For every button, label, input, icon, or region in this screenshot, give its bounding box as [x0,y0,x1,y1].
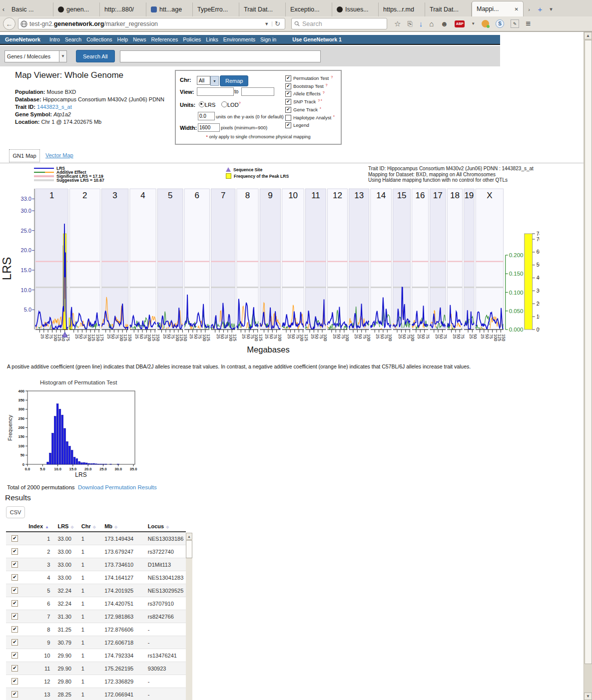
bookmark-star-icon[interactable]: ☆ [394,19,401,28]
menu-icon[interactable]: ≡ [526,19,531,29]
row-checkbox[interactable]: ✔ [11,665,18,672]
use-genenetwork1-link[interactable]: Use GeneNetwork 1 [292,36,342,42]
page-scrollbar[interactable]: ▲ ▼ [584,32,592,700]
row-checkbox[interactable]: ✔ [11,626,18,633]
category-select[interactable]: Genes / Molecules [4,50,59,62]
back-button[interactable]: ← [3,17,15,30]
option-bootstrap-test[interactable]: ✔Bootstrap Test? [285,83,327,89]
option-gene-track[interactable]: ✔Gene Track* [285,107,321,113]
sidebar-item-search[interactable]: Search [65,36,81,42]
lod-radio-icon[interactable] [221,101,227,107]
sidebar-item-policies[interactable]: Policies [183,36,201,42]
url-bar[interactable]: test-gn2.genenetwork.org/marker_regressi… [18,18,285,29]
row-checkbox[interactable]: ✔ [11,639,18,646]
row-checkbox[interactable]: ✔ [11,613,18,620]
search-all-button[interactable]: Search All [76,50,115,62]
tab-list-dropdown-icon[interactable]: ▾ [546,2,557,16]
view-to-input[interactable] [241,87,274,96]
remap-button[interactable]: Remap [220,75,248,86]
browser-tab[interactable]: http:...880/ [100,2,146,16]
url-dropdown-icon[interactable]: ▼ [261,21,272,26]
row-checkbox[interactable]: ✔ [11,587,18,594]
adblock-dropdown-icon[interactable]: ▼ [471,21,475,26]
option-haplotype-analyst[interactable]: Haplotype Analyst* [285,115,335,121]
row-checkbox[interactable]: ✔ [11,548,18,555]
checkbox-icon[interactable] [285,115,291,121]
download-icon[interactable]: ↓ [419,19,423,28]
reload-icon[interactable]: ↻ [272,20,283,27]
search-bar[interactable]: Search [291,18,387,29]
column-header-index[interactable]: Index▲ [27,521,56,532]
row-checkbox[interactable]: ✔ [11,574,18,581]
checkbox-icon[interactable]: ✔ [285,99,291,105]
browser-tab[interactable]: Trait Dat... [239,2,286,16]
row-checkbox[interactable]: ✔ [11,600,18,607]
browser-tab[interactable]: htt...age [146,2,193,16]
option-allele-effects[interactable]: ✔Allele Effects? [285,91,325,97]
sidebar-item-help[interactable]: Help [117,36,128,42]
adblock-icon[interactable]: ABP [455,20,465,27]
tab-scroll-left-button[interactable]: ‹ [0,2,7,16]
table-scrollbar-thumb[interactable] [186,540,192,558]
row-checkbox[interactable]: ✔ [11,678,18,685]
sidebar-item-references[interactable]: References [151,36,178,42]
chr-select[interactable]: All▼ [197,76,219,86]
scroll-up-icon[interactable]: ▲ [584,32,592,39]
tab-gn1-map[interactable]: GN1 Map [9,149,40,162]
column-header-chr[interactable]: Chr◆ [80,521,103,532]
close-tab-icon[interactable]: ✕ [515,6,519,12]
browser-tab[interactable]: Exceptio... [286,2,332,16]
new-tab-button[interactable]: + [535,2,546,16]
sidebar-item-collections[interactable]: Collections [86,36,112,42]
lrs-radio[interactable]: LRS [199,101,215,108]
scroll-down-icon[interactable]: ▼ [584,693,592,700]
sidebar-item-links[interactable]: Links [206,36,218,42]
tab-vector-map[interactable]: Vector Map [45,152,73,158]
checkbox-icon[interactable]: ✔ [285,107,291,113]
column-header-locus[interactable]: Locus◆ [146,521,186,532]
csv-button[interactable]: CSV [6,506,25,518]
browser-tab[interactable]: Issues... [332,2,379,16]
tab-overflow-button[interactable]: › [524,2,535,16]
checkbox-icon[interactable]: ✔ [285,83,291,89]
category-dropdown-icon[interactable]: ▼ [59,50,67,62]
lod-radio[interactable]: LOD? [221,101,241,108]
checkbox-icon[interactable]: ✔ [285,122,291,128]
option-permutation-test[interactable]: ✔Permutation Test? [285,75,333,81]
sidebar-item-news[interactable]: News [133,36,146,42]
table-scrollbar[interactable]: ▲ [186,533,192,700]
browser-tab[interactable]: TypeErro... [193,2,239,16]
page-scrollbar-thumb[interactable] [585,40,592,664]
edit-extension-icon[interactable]: ✎ [511,19,519,28]
browser-tab[interactable]: Trait Dat... [425,2,472,16]
checkbox-icon[interactable]: ✔ [285,75,291,81]
width-input[interactable] [198,123,220,132]
home-icon[interactable]: ⌂ [429,19,434,28]
row-checkbox[interactable]: ✔ [11,652,18,659]
browser-tab[interactable]: https...r.md [379,2,425,16]
chr-select-dropdown-icon[interactable]: ▼ [210,76,219,86]
browser-tab[interactable]: Basic ... [7,2,53,16]
sidebar-item-intro[interactable]: Intro [49,36,60,42]
option-snp-track[interactable]: ✔SNP Track? * [285,99,322,105]
row-checkbox[interactable]: ✔ [11,561,18,568]
clipboard-icon[interactable]: ⎘ [407,20,412,28]
sidebar-item-environments[interactable]: Environments [223,36,255,42]
chat-icon[interactable]: ☻ [440,19,448,28]
site-brand[interactable]: GeneNetwork [5,36,40,42]
trait-id-link[interactable]: 1443823_s_at [37,104,72,110]
column-header-lrs[interactable]: LRS◆ [56,521,79,532]
y-axis-offset-input[interactable] [198,112,215,120]
lrs-radio-icon[interactable] [199,101,205,107]
checkbox-icon[interactable]: ✔ [285,91,291,97]
row-checkbox[interactable]: ✔ [11,691,18,698]
extension-icon[interactable] [482,20,489,27]
option-legend[interactable]: ✔Legend [285,122,309,128]
browser-tab[interactable]: Mappi...✕ [472,1,524,16]
download-permutation-link[interactable]: Download Permutation Results [78,484,157,490]
row-checkbox[interactable]: ✔ [11,535,18,542]
column-header-mb[interactable]: Mb◆ [103,521,146,532]
table-scroll-up-icon[interactable]: ▲ [186,533,192,540]
browser-tab[interactable]: genen... [53,2,100,16]
view-from-input[interactable] [197,87,234,96]
